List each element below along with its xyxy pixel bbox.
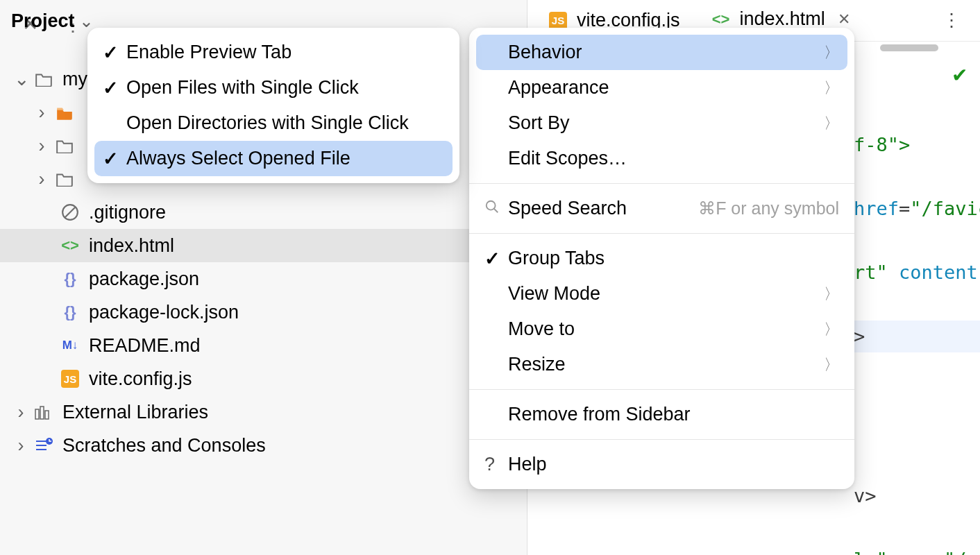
- json-icon: {}: [60, 268, 81, 289]
- menu-item-open-dirs[interactable]: Open Directories with Single Click: [87, 105, 459, 141]
- separator: [469, 183, 854, 184]
- code-text: href: [854, 198, 899, 219]
- svg-line-1: [65, 207, 75, 217]
- menu-item-edit-scopes[interactable]: Edit Scopes…: [469, 141, 854, 176]
- menu-label: Behavior: [508, 42, 824, 63]
- check-icon[interactable]: ✔: [952, 64, 968, 87]
- menu-item-enable-preview[interactable]: ✓ Enable Preview Tab: [87, 35, 459, 70]
- menu-label: Remove from Sidebar: [508, 404, 839, 425]
- menu-item-remove[interactable]: Remove from Sidebar: [469, 397, 854, 432]
- folder-icon: [54, 169, 75, 189]
- markdown-icon: M↓: [60, 335, 81, 356]
- code-text: "/favic: [910, 198, 980, 219]
- code-text: src: [888, 549, 933, 555]
- separator: [469, 439, 854, 440]
- chevron-right-icon: 〉: [824, 355, 839, 375]
- svg-point-9: [487, 201, 496, 210]
- code-text: v>: [854, 485, 877, 506]
- code-text: f-8">: [854, 134, 910, 155]
- menu-label: Sort By: [508, 112, 824, 134]
- scrollbar-thumb[interactable]: [880, 44, 938, 51]
- tree-label: External Libraries: [62, 402, 208, 423]
- toolbar-icons: ◎ ⌃ ✕ ⋮: [0, 12, 83, 35]
- menu-item-move-to[interactable]: Move to 〉: [469, 311, 854, 347]
- tree-file-vite-config[interactable]: JS vite.config.js: [0, 362, 527, 395]
- menu-item-help[interactable]: ? Help: [469, 447, 854, 482]
- folder-icon: [54, 102, 75, 123]
- menu-item-always-select[interactable]: ✓ Always Select Opened File: [94, 141, 453, 176]
- folder-icon: [54, 135, 75, 156]
- svg-rect-2: [35, 409, 39, 419]
- tree-label: Scratches and Consoles: [62, 435, 266, 456]
- tree-file-package-lock[interactable]: {} package-lock.json: [0, 296, 527, 329]
- chevron-right-icon: 〉: [824, 113, 839, 134]
- menu-label: Always Select Opened File: [126, 148, 444, 169]
- check-icon: ✓: [103, 77, 126, 99]
- check-icon: ✓: [103, 148, 126, 170]
- code-text: content: [888, 262, 978, 283]
- menu-label: Open Directories with Single Click: [126, 112, 444, 134]
- tree-label: index.html: [89, 235, 174, 257]
- tree-scratches[interactable]: › Scratches and Consoles: [0, 429, 527, 462]
- menu-item-view-mode[interactable]: View Mode 〉: [469, 276, 854, 311]
- menu-item-behavior[interactable]: Behavior 〉: [476, 35, 847, 70]
- tab-label: index.html: [740, 8, 825, 30]
- menu-item-appearance[interactable]: Appearance 〉: [469, 70, 854, 105]
- tree-label: README.md: [89, 335, 201, 357]
- ignore-icon: [60, 202, 81, 223]
- menu-item-resize[interactable]: Resize 〉: [469, 347, 854, 382]
- svg-rect-3: [40, 407, 44, 419]
- menu-label: Help: [508, 454, 839, 475]
- tree-label: package.json: [89, 268, 199, 290]
- more-icon[interactable]: ⋮: [943, 10, 961, 31]
- menu-label: Enable Preview Tab: [126, 42, 444, 63]
- tree-file-package-json[interactable]: {} package.json: [0, 262, 527, 296]
- svg-rect-4: [45, 411, 49, 419]
- tree-file-readme[interactable]: M↓ README.md: [0, 329, 527, 362]
- options-menu: Behavior 〉 Appearance 〉 Sort By 〉 Edit S…: [469, 28, 854, 489]
- scratches-icon: [33, 435, 54, 456]
- check-icon: ✓: [484, 248, 508, 270]
- tree-label: vite.config.js: [89, 368, 192, 390]
- menu-item-group-tabs[interactable]: ✓ Group Tabs: [469, 241, 854, 276]
- chevron-right-icon: ›: [14, 435, 28, 456]
- menu-label: Edit Scopes…: [508, 148, 839, 169]
- tree-file-index-html[interactable]: <> index.html: [0, 229, 527, 262]
- code-text: >: [854, 325, 865, 347]
- search-icon: [484, 198, 508, 219]
- menu-label: Speed Search: [508, 198, 698, 219]
- chevron-right-icon: 〉: [824, 78, 839, 99]
- svg-line-10: [494, 209, 498, 213]
- menu-item-open-files[interactable]: ✓ Open Files with Single Click: [87, 70, 459, 105]
- chevron-right-icon: 〉: [824, 284, 839, 305]
- chevron-right-icon: 〉: [824, 42, 839, 63]
- chevron-right-icon: 〉: [824, 319, 839, 340]
- help-icon: ?: [484, 454, 508, 475]
- folder-icon: [33, 69, 54, 89]
- tree-file-gitignore[interactable]: .gitignore: [0, 196, 527, 229]
- separator: [469, 389, 854, 390]
- behavior-submenu: ✓ Enable Preview Tab ✓ Open Files with S…: [87, 28, 459, 183]
- menu-label: Open Files with Single Click: [126, 77, 444, 99]
- html-icon: <>: [711, 9, 732, 30]
- chevron-right-icon: ›: [35, 135, 49, 157]
- json-icon: {}: [60, 302, 81, 323]
- collapse-icon[interactable]: ✕: [22, 12, 38, 35]
- code-text: "/s: [944, 549, 978, 555]
- more-icon[interactable]: ⋮: [63, 12, 83, 35]
- menu-label: Resize: [508, 354, 824, 375]
- menu-label: Move to: [508, 318, 824, 340]
- menu-item-sort-by[interactable]: Sort By 〉: [469, 105, 854, 141]
- close-icon[interactable]: ✕: [838, 10, 850, 28]
- tree-external-libraries[interactable]: › External Libraries: [0, 395, 527, 429]
- html-icon: <>: [60, 235, 81, 256]
- menu-item-speed-search[interactable]: Speed Search ⌘F or any symbol: [469, 191, 854, 226]
- code-text: le": [854, 549, 888, 555]
- menu-label: Group Tabs: [508, 248, 839, 269]
- menu-label: View Mode: [508, 283, 824, 305]
- chevron-right-icon: ›: [35, 102, 49, 123]
- chevron-down-icon: ⌄: [14, 68, 28, 90]
- chevron-right-icon: ›: [35, 169, 49, 190]
- tree-label: my: [62, 69, 87, 90]
- chevron-right-icon: ›: [14, 402, 28, 423]
